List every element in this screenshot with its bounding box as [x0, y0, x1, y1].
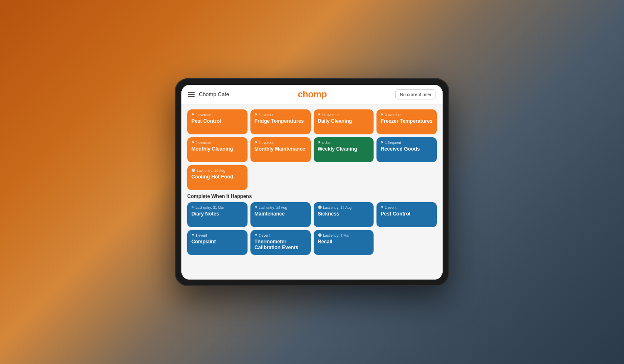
card-title: Received Goods — [381, 146, 433, 152]
tablet-frame: Chomp Cafe chomp No current user ⚑ 2 ove… — [175, 78, 449, 286]
flag-icon: ⚑ — [255, 233, 258, 237]
app-header: Chomp Cafe chomp No current user — [181, 85, 443, 104]
card-meta: ✎ Last entry: 31 Mar — [191, 206, 243, 210]
card-daily-cleaning[interactable]: ⚑ 11 overdue Daily Cleaning — [314, 109, 374, 134]
card-title: Freezer Temperatures — [381, 118, 433, 124]
card-title: Weekly Cleaning — [318, 146, 370, 152]
when-it-happens-row-1: ✎ Last entry: 31 Mar Diary Notes ⚑ Last … — [187, 202, 437, 227]
flag-icon: ⚑ — [381, 141, 384, 144]
card-meta: 🕐 Last entry: 14 Aug — [191, 168, 243, 173]
clock-icon: 🕐 — [191, 168, 196, 172]
card-pest-control[interactable]: ⚑ 2 overdue Pest Control — [187, 109, 248, 134]
card-meta: ⚑ 2 event — [255, 233, 307, 238]
flag-icon: ⚑ — [191, 113, 194, 116]
card-meta: ⚑ 3 overdue — [381, 113, 433, 117]
card-meta: ⚑ 1 event — [191, 233, 243, 238]
edit-icon: ✎ — [191, 206, 194, 209]
tablet-screen: Chomp Cafe chomp No current user ⚑ 2 ove… — [181, 85, 443, 280]
card-monthly-maintenance[interactable]: ⚑ 1 overdue Monthly Maintenance — [250, 137, 311, 162]
card-maintenance[interactable]: ⚑ Last entry: 14 Aug Maintenance — [250, 202, 311, 227]
card-cooling-hot-food[interactable]: 🕐 Last entry: 14 Aug Cooling Hot Food — [187, 165, 248, 190]
card-sickness[interactable]: 🕐 Last entry: 14 Aug Sickness — [314, 202, 374, 227]
site-name: Chomp Cafe — [199, 91, 229, 97]
flag-icon: ⚑ — [381, 206, 384, 209]
card-title: Pest Control — [381, 211, 433, 217]
card-meta: ⚑ 2 overdue — [191, 113, 243, 117]
card-meta: 🕐 Last entry: 14 Aug — [318, 206, 370, 210]
card-monthly-cleaning[interactable]: ⚑ 2 overdue Monthly Cleaning — [187, 137, 248, 162]
card-pest-control-when[interactable]: ⚑ 1 event Pest Control — [376, 202, 437, 227]
flag-icon: ⚑ — [255, 141, 258, 144]
main-content: ⚑ 2 overdue Pest Control ⚑ 3 overdue Fri… — [181, 104, 443, 280]
flag-icon: ⚑ — [318, 141, 321, 144]
section-heading: Complete When It Happens — [187, 193, 437, 199]
card-meta: ⚑ 4 due — [318, 141, 370, 145]
card-meta: ⚑ 11 overdue — [318, 113, 370, 117]
user-button[interactable]: No current user — [395, 89, 436, 99]
card-meta: ⚑ Last entry: 14 Aug — [255, 206, 307, 210]
card-meta: ⚑ 3 overdue — [255, 113, 307, 117]
flag-icon: ⚑ — [191, 233, 194, 237]
app-logo: chomp — [298, 89, 327, 100]
card-diary-notes[interactable]: ✎ Last entry: 31 Mar Diary Notes — [187, 202, 248, 227]
cooling-row: 🕐 Last entry: 14 Aug Cooling Hot Food — [187, 165, 437, 190]
card-meta: ⚑ 2 overdue — [191, 141, 243, 145]
flag-icon: ⚑ — [191, 141, 194, 144]
scheduled-row-2: ⚑ 2 overdue Monthly Cleaning ⚑ 1 overdue… — [187, 137, 437, 162]
card-title: Cooling Hot Food — [191, 174, 243, 180]
when-it-happens-row-2: ⚑ 1 event Complaint ⚑ 2 event Thermomete… — [187, 230, 437, 255]
card-meta: ⚑ 1 event — [381, 206, 433, 210]
card-title: Thermometer Calibration Events — [255, 239, 307, 251]
card-meta: 🕐 Last entry: 7 Mar — [318, 233, 370, 238]
clock-icon: 🕐 — [318, 206, 322, 209]
flag-icon: ⚑ — [318, 113, 321, 116]
card-complaint[interactable]: ⚑ 1 event Complaint — [187, 230, 248, 255]
card-meta: ⚑ 1 overdue — [255, 141, 307, 145]
card-title: Diary Notes — [191, 211, 243, 217]
card-title: Complaint — [191, 239, 243, 245]
card-title: Fridge Temperatures — [255, 118, 307, 124]
flag-icon: ⚑ — [255, 206, 258, 209]
card-title: Monthly Cleaning — [191, 146, 243, 152]
card-thermometer-calibration[interactable]: ⚑ 2 event Thermometer Calibration Events — [250, 230, 311, 255]
card-freezer-temperatures[interactable]: ⚑ 3 overdue Freezer Temperatures — [376, 109, 437, 134]
card-title: Sickness — [318, 211, 370, 217]
card-title: Monthly Maintenance — [255, 146, 307, 152]
clock-icon: 🕐 — [318, 233, 322, 237]
card-received-goods[interactable]: ⚑ 1 frequent Received Goods — [376, 137, 437, 162]
card-weekly-cleaning[interactable]: ⚑ 4 due Weekly Cleaning — [314, 137, 374, 162]
card-title: Pest Control — [191, 118, 243, 124]
card-meta: ⚑ 1 frequent — [381, 141, 433, 145]
hamburger-menu[interactable] — [188, 92, 195, 97]
card-title: Recall — [318, 239, 370, 245]
card-title: Daily Cleaning — [318, 118, 370, 124]
header-left: Chomp Cafe — [188, 91, 229, 97]
scheduled-row-1: ⚑ 2 overdue Pest Control ⚑ 3 overdue Fri… — [187, 109, 437, 134]
card-fridge-temperatures[interactable]: ⚑ 3 overdue Fridge Temperatures — [250, 109, 311, 134]
card-title: Maintenance — [255, 211, 307, 217]
card-recall[interactable]: 🕐 Last entry: 7 Mar Recall — [314, 230, 374, 255]
flag-icon: ⚑ — [255, 113, 258, 116]
flag-icon: ⚑ — [381, 113, 384, 116]
